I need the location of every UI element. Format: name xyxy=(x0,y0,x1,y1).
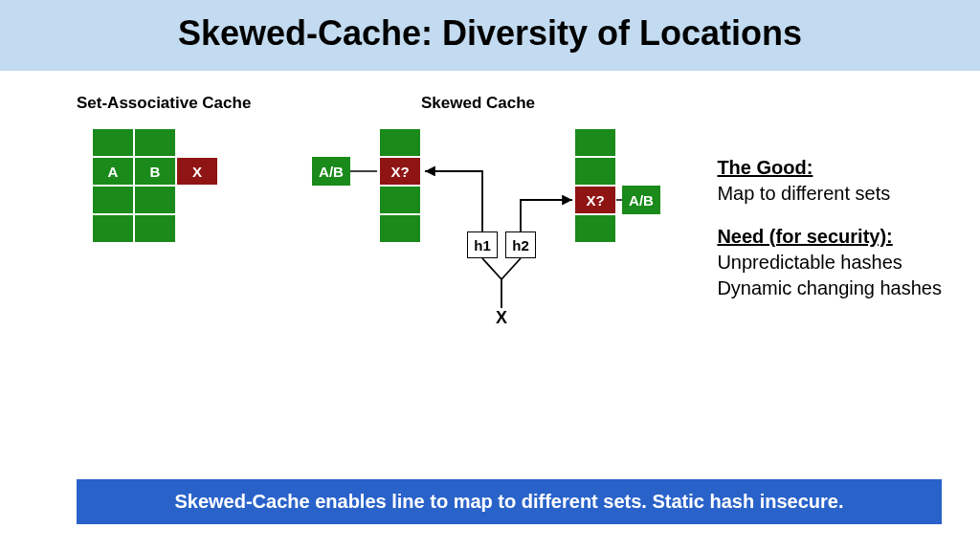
footer-summary: Skewed-Cache enables line to map to diff… xyxy=(77,479,942,524)
cache-cell xyxy=(134,128,176,157)
input-X: X xyxy=(496,308,507,328)
label-set-assoc: Set-Associative Cache xyxy=(77,94,251,113)
cache-cell-Xq2: X? xyxy=(574,186,616,214)
cache-cell xyxy=(92,128,134,157)
cache-cell xyxy=(379,128,421,157)
cache-cell-A: A xyxy=(92,157,134,186)
cache-cell-X: X xyxy=(176,157,218,186)
good-header: The Good: xyxy=(717,157,813,178)
need-line2: Dynamic changing hashes xyxy=(717,276,942,301)
cache-cell xyxy=(92,214,134,243)
skewed-col1: X? xyxy=(379,128,421,243)
cache-cell xyxy=(574,128,616,157)
hash-h1: h1 xyxy=(467,231,498,258)
title-bar: Skewed-Cache: Diversity of Locations xyxy=(0,0,980,71)
cache-cell xyxy=(134,186,176,214)
setassoc-col2: B xyxy=(134,128,176,243)
ab-tag-left: A/B xyxy=(312,157,350,186)
good-body: Map to different sets xyxy=(717,181,942,207)
cache-cell xyxy=(92,186,134,214)
cache-cell xyxy=(574,157,616,186)
cache-cell xyxy=(379,186,421,214)
diagram-area: Set-Associative Cache Skewed Cache A B X… xyxy=(0,71,980,463)
hash-h2: h2 xyxy=(505,231,536,258)
cache-cell xyxy=(134,214,176,243)
slide-title: Skewed-Cache: Diversity of Locations xyxy=(0,13,980,54)
cache-cell xyxy=(574,214,616,243)
cache-cell-B: B xyxy=(134,157,176,186)
side-notes: The Good: Map to different sets Need (fo… xyxy=(717,155,942,301)
cache-cell-Xq1: X? xyxy=(379,157,421,186)
label-skewed: Skewed Cache xyxy=(421,94,535,113)
skewed-col2: X? xyxy=(574,128,616,243)
need-line1: Unpredictable hashes xyxy=(717,250,942,276)
need-header: Need (for security): xyxy=(717,226,892,247)
ab-tag-right: A/B xyxy=(622,186,660,214)
setassoc-col1: A xyxy=(92,128,134,243)
cache-cell xyxy=(379,214,421,243)
